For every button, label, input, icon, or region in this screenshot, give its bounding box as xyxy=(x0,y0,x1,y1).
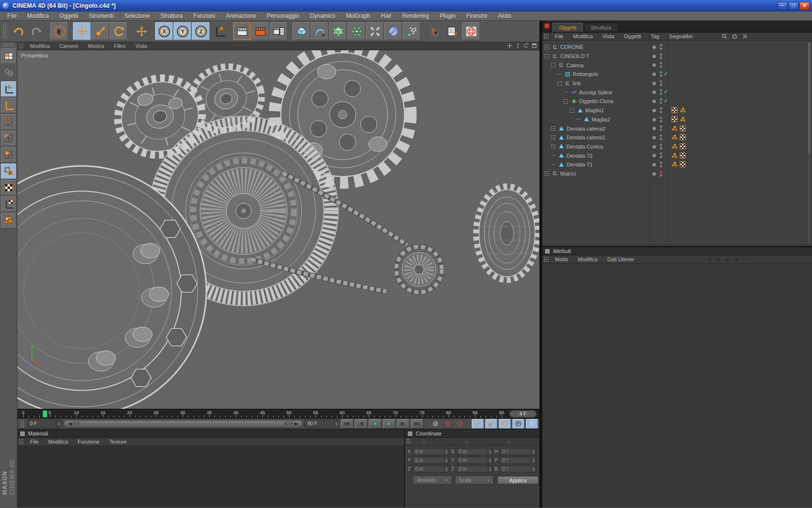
layer-dot[interactable] xyxy=(652,73,656,76)
key-parameter-toggle[interactable]: P xyxy=(512,419,524,429)
visibility-dots[interactable] xyxy=(660,98,662,104)
pan-view-icon[interactable] xyxy=(507,43,513,49)
menu-item-strumenti[interactable]: Strumenti xyxy=(84,13,119,19)
visibility-dots[interactable] xyxy=(660,125,662,131)
minimize-button[interactable]: − xyxy=(777,2,787,10)
coord-field-z-0[interactable]: 0 m▲▼ xyxy=(413,465,449,473)
editor-visibility-dot[interactable] xyxy=(660,171,662,173)
menu-item-selezione[interactable]: Selezione xyxy=(119,13,155,19)
expand-all-icon[interactable] xyxy=(741,33,748,40)
collapse-icon[interactable]: − xyxy=(557,81,562,86)
preview-range-slider[interactable]: ◀ 0 F 90 F ▶ xyxy=(63,420,303,428)
editor-visibility-dot[interactable] xyxy=(660,162,662,164)
materials-menu-modifica[interactable]: Modifica xyxy=(44,439,73,445)
add-primitive-button[interactable] xyxy=(292,22,310,40)
camera-mode-button[interactable] xyxy=(1,65,16,80)
lock-z-button[interactable]: Z xyxy=(192,22,210,40)
editor-visibility-dot[interactable] xyxy=(660,134,662,137)
object-manager-menu-modifica[interactable]: Modifica xyxy=(568,33,598,39)
render-visibility-dot[interactable] xyxy=(660,120,662,122)
spinner-arrows-icon[interactable]: ▲▼ xyxy=(334,420,339,427)
key-rotation-toggle[interactable] xyxy=(499,419,511,429)
enabled-check-icon[interactable]: ✓ xyxy=(664,98,668,104)
tree-item-dentata-t2[interactable]: Dentata T2 xyxy=(542,151,812,160)
visibility-dots[interactable] xyxy=(660,44,662,50)
texture-tag-icon[interactable] xyxy=(671,116,678,122)
object-manager-menu-tag[interactable]: Tag xyxy=(646,33,664,39)
coord-field-p-2[interactable]: 0 °▲▼ xyxy=(500,457,536,464)
tree-item-dentata-conica[interactable]: +Dentata Conica xyxy=(542,142,812,151)
tree-item-rettangolo[interactable]: Rettangolo✓ xyxy=(542,70,812,79)
add-array-button[interactable] xyxy=(348,22,365,40)
live-selection-button[interactable] xyxy=(50,22,68,40)
layer-dot[interactable] xyxy=(652,118,656,121)
last-tool-button[interactable] xyxy=(132,22,150,40)
layer-dot[interactable] xyxy=(652,154,656,157)
texture-tag-icon[interactable] xyxy=(680,134,686,140)
visibility-dots[interactable] xyxy=(660,107,662,113)
menu-item-modifica[interactable]: Modifica xyxy=(22,13,54,19)
layer-dot[interactable] xyxy=(652,136,656,139)
phong-tag-icon[interactable] xyxy=(671,143,678,149)
coord-field-x-0[interactable]: 0 m▲▼ xyxy=(413,448,449,455)
attributes-grip[interactable] xyxy=(544,256,549,262)
play-backwards-button[interactable] xyxy=(369,419,381,429)
object-manager-menu-vista[interactable]: Vista xyxy=(598,33,619,39)
enabled-check-icon[interactable]: ✓ xyxy=(664,71,668,77)
render-picture-button[interactable] xyxy=(251,22,269,40)
texture-tag-icon[interactable] xyxy=(680,152,686,159)
editor-visibility-dot[interactable] xyxy=(660,89,662,91)
editor-visibility-dot[interactable] xyxy=(660,125,662,128)
key-pla-toggle[interactable] xyxy=(526,419,538,429)
lock-y-button[interactable]: Y xyxy=(174,22,191,40)
current-frame-badge[interactable]: 4 F xyxy=(509,410,536,418)
home-icon[interactable] xyxy=(731,33,738,40)
materials-list-area[interactable] xyxy=(17,446,404,508)
object-manager-grip[interactable] xyxy=(544,33,549,39)
maximize-button[interactable]: □ xyxy=(788,2,798,10)
menu-item-aiuto[interactable]: Aiuto xyxy=(493,13,516,19)
render-visibility-dot[interactable] xyxy=(660,111,662,113)
undo-button[interactable] xyxy=(9,22,27,40)
tree-item-maglia1[interactable]: −Maglia1 xyxy=(542,106,812,115)
menu-item-funzioni[interactable]: Funzioni xyxy=(188,13,220,19)
coord-field-h-2[interactable]: 0 °▲▼ xyxy=(500,448,536,455)
texture-tag-icon[interactable] xyxy=(680,143,686,149)
spinner-arrows-icon[interactable]: ▲▼ xyxy=(531,448,536,455)
attributes-menu-modifica[interactable]: Modifica xyxy=(573,256,603,262)
add-deformer-button[interactable] xyxy=(366,22,384,40)
editor-visibility-dot[interactable] xyxy=(660,71,662,74)
layer-dot[interactable] xyxy=(652,63,656,67)
record-keyframe-button[interactable] xyxy=(442,419,453,429)
expand-icon[interactable]: + xyxy=(551,126,555,131)
editor-visibility-dot[interactable] xyxy=(660,107,662,110)
viewport-menu-grip[interactable] xyxy=(19,43,24,49)
key-scale-toggle[interactable] xyxy=(485,419,497,429)
range-start-spinner[interactable]: 0 F ▲▼ xyxy=(27,419,62,428)
key-position-toggle[interactable] xyxy=(472,419,484,429)
texture-tag-icon[interactable] xyxy=(680,125,686,132)
viewport-menu-filtro[interactable]: Filtro xyxy=(109,43,130,49)
visibility-dots[interactable] xyxy=(660,171,662,177)
redo-button[interactable] xyxy=(28,22,45,40)
render-visibility-dot[interactable] xyxy=(660,57,662,59)
editor-visibility-dot[interactable] xyxy=(660,152,662,155)
visibility-dots[interactable] xyxy=(660,89,662,95)
phong-tag-icon[interactable] xyxy=(680,116,686,122)
scale-mode-dropdown[interactable]: Scala ▼ xyxy=(456,477,494,484)
attributes-header[interactable]: Attributi xyxy=(542,247,812,255)
maximize-view-icon[interactable] xyxy=(531,43,537,49)
viewport-menu-modifica[interactable]: Modifica xyxy=(25,43,55,49)
context-help-button[interactable]: ? xyxy=(425,22,443,40)
menu-item-oggetti[interactable]: Oggetti xyxy=(54,13,84,19)
editor-visibility-dot[interactable] xyxy=(660,53,662,56)
layer-dot[interactable] xyxy=(652,82,656,85)
rotate-button[interactable] xyxy=(110,22,128,40)
layer-dot[interactable] xyxy=(652,55,656,58)
materials-menu-grip[interactable] xyxy=(19,439,24,445)
phong-tag-icon[interactable] xyxy=(671,134,678,140)
tree-item-dentata-catena1[interactable]: +Dentata catena1 xyxy=(542,133,812,142)
panel-menu-icon[interactable] xyxy=(544,23,550,29)
tree-item-maglia2[interactable]: Maglia2 xyxy=(542,115,812,124)
apply-button[interactable]: Applica xyxy=(497,476,538,484)
